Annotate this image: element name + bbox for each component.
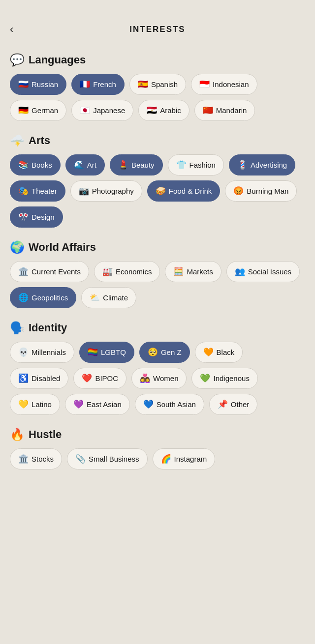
chip-arts-beauty[interactable]: 💄Beauty [110,154,163,176]
chip-emoji-world-affairs-3: 👥 [235,266,245,277]
chip-label-identity-5: BIPOC [95,374,118,382]
chip-emoji-identity-4: ♿ [18,373,29,383]
chip-label-identity-7: Indigenous [213,374,249,382]
chip-emoji-identity-10: 💙 [143,399,154,410]
chip-emoji-arts-4: 💈 [237,160,248,170]
page-title: INTERESTS [129,25,185,34]
chip-label-arts-8: Burning Man [247,187,288,195]
chip-label-arts-3: Fashion [189,161,216,169]
page-header: ‹ INTERESTS [0,0,315,44]
chip-emoji-languages-4: 🇩🇪 [18,105,29,116]
chip-label-identity-10: South Asian [157,400,196,409]
chip-label-languages-0: Russian [32,80,58,88]
chip-emoji-hustle-2: 🌈 [161,454,171,464]
chip-identity-south-asian[interactable]: 💙South Asian [135,394,204,415]
chip-arts-advertising[interactable]: 💈Advertising [229,154,295,176]
chip-emoji-identity-11: 📌 [218,399,228,410]
chip-label-identity-6: Women [153,374,178,382]
chip-identity-gen-z[interactable]: 🥺Gen Z [139,342,190,363]
chip-world-affairs-markets[interactable]: 🧮Markets [165,261,221,282]
section-hustle: 🔥Hustle🏛️Stocks📎Small Business🌈Instagram [0,419,315,473]
chip-arts-food-&-drink[interactable]: 🥪Food & Drink [147,180,220,202]
chip-emoji-languages-1: 🇫🇷 [80,79,90,89]
chip-arts-photography[interactable]: 📷Photography [70,180,142,202]
chip-label-hustle-0: Stocks [32,455,54,463]
chip-languages-indonesian[interactable]: 🇮🇩Indonesian [191,74,257,95]
chip-identity-indigenous[interactable]: 💚Indigenous [191,368,257,389]
chip-label-world-affairs-4: Geopolitics [32,293,68,302]
chip-label-languages-5: Japanese [93,106,125,115]
chip-emoji-identity-6: 👩‍❤️‍👩 [140,373,150,383]
chip-world-affairs-climate[interactable]: ⛅Climate [81,287,136,308]
chip-languages-german[interactable]: 🇩🇪German [10,100,66,121]
chip-identity-millennials[interactable]: 💀Millennials [10,342,74,363]
section-title-world-affairs: 🌍World Affairs [10,240,305,254]
chip-identity-east-asian[interactable]: 💜East Asian [65,394,130,415]
chip-world-affairs-geopolitics[interactable]: 🌐Geopolitics [10,287,76,308]
chip-identity-latino[interactable]: 💛Latino [10,394,60,415]
chip-languages-french[interactable]: 🇫🇷French [71,74,125,95]
chip-emoji-arts-8: 😡 [233,186,244,196]
chip-label-languages-2: Spanish [151,80,178,88]
chip-languages-japanese[interactable]: 🇯🇵Japanese [71,100,133,121]
chip-arts-burning-man[interactable]: 😡Burning Man [225,180,297,202]
back-button[interactable]: ‹ [10,23,13,36]
chip-arts-art[interactable]: 🌊Art [65,154,105,176]
chip-arts-fashion[interactable]: 👕Fashion [168,154,224,176]
chip-arts-books[interactable]: 📚Books [10,154,61,176]
chip-label-arts-7: Food & Drink [169,187,212,195]
section-title-languages: 💬Languages [10,53,305,67]
chip-emoji-arts-9: 🎌 [18,212,29,222]
chip-emoji-world-affairs-0: 🏛️ [18,266,29,277]
chips-container-arts: 📚Books🌊Art💄Beauty👕Fashion💈Advertising🎭Th… [10,154,305,228]
chip-hustle-small-business[interactable]: 📎Small Business [67,448,148,469]
chip-world-affairs-economics[interactable]: 🏭Economics [94,261,160,282]
chip-languages-russian[interactable]: 🇷🇺Russian [10,74,66,95]
section-title-identity: 🗣️Identity [10,321,305,335]
chip-label-arts-6: Photography [92,187,134,195]
chip-label-hustle-2: Instagram [174,455,207,463]
chip-label-languages-7: Mandarin [216,106,247,115]
chip-arts-theater[interactable]: 🎭Theater [10,180,65,202]
chip-identity-black[interactable]: 🧡Black [195,342,243,363]
chip-languages-mandarin[interactable]: 🇨🇳Mandarin [194,100,255,121]
chip-languages-spanish[interactable]: 🇪🇸Spanish [129,74,186,95]
chip-hustle-instagram[interactable]: 🌈Instagram [153,448,216,469]
chip-label-identity-0: Millennials [32,348,66,356]
chip-emoji-identity-9: 💜 [73,399,84,410]
chip-label-world-affairs-3: Social Issues [248,267,291,276]
section-emoji-hustle: 🔥 [10,428,25,441]
section-world-affairs: 🌍World Affairs🏛️Current Events🏭Economics… [0,232,315,312]
chip-emoji-hustle-0: 🏛️ [18,454,29,464]
chip-identity-disabled[interactable]: ♿Disabled [10,368,68,389]
chip-identity-women[interactable]: 👩‍❤️‍👩Women [131,368,187,389]
section-emoji-arts: 🌩️ [10,134,25,147]
chip-label-languages-1: French [93,80,116,88]
chip-hustle-stocks[interactable]: 🏛️Stocks [10,448,62,469]
chip-label-arts-1: Art [87,161,96,169]
chip-emoji-arts-0: 📚 [18,160,29,170]
chip-arts-design[interactable]: 🎌Design [10,206,63,228]
chip-label-identity-2: Gen Z [161,348,182,356]
chip-identity-bipoc[interactable]: ❤️BIPOC [73,368,126,389]
section-heading-hustle: Hustle [29,428,62,441]
chip-emoji-identity-2: 🥺 [148,347,158,357]
chip-emoji-identity-1: 🏳️‍🌈 [88,347,98,357]
chip-label-world-affairs-0: Current Events [32,267,81,276]
chips-container-world-affairs: 🏛️Current Events🏭Economics🧮Markets👥Socia… [10,261,305,308]
chip-emoji-world-affairs-2: 🧮 [173,266,184,277]
chip-identity-other[interactable]: 📌Other [209,394,258,415]
chip-world-affairs-current-events[interactable]: 🏛️Current Events [10,261,89,282]
section-heading-languages: Languages [29,54,86,66]
chip-label-identity-3: Black [217,348,235,356]
section-heading-world-affairs: World Affairs [29,241,96,254]
chip-identity-lgbtq[interactable]: 🏳️‍🌈LGBTQ [79,342,134,363]
chip-label-languages-4: German [32,106,58,115]
chip-world-affairs-social-issues[interactable]: 👥Social Issues [226,261,300,282]
chip-label-arts-9: Design [32,213,55,221]
chip-languages-arabic[interactable]: 🇪🇬Arabic [138,100,189,121]
section-title-arts: 🌩️Arts [10,134,305,147]
chip-emoji-identity-5: ❤️ [82,373,92,383]
chip-label-identity-9: East Asian [87,400,122,409]
chips-container-identity: 💀Millennials🏳️‍🌈LGBTQ🥺Gen Z🧡Black♿Disabl… [10,342,305,415]
